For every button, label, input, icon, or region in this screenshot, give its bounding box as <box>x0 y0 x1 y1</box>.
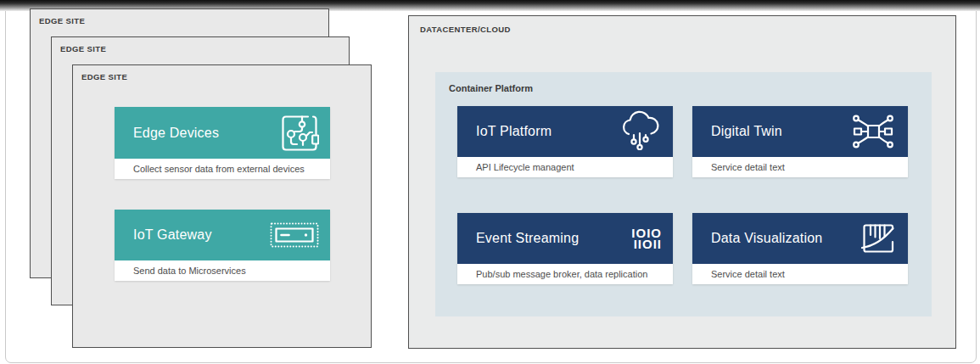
data-visualization-card-header: Data Visualization <box>692 213 908 264</box>
iot-cloud-icon <box>618 110 662 153</box>
edge-devices-card-header: Edge Devices <box>115 107 330 159</box>
edge-site-box-front: EDGE SITE Edge Devices <box>72 64 372 348</box>
container-platform-label: Container Platform <box>449 83 533 93</box>
card-title: Edge Devices <box>133 126 219 141</box>
card-detail: API Lifecycle managent <box>457 157 673 177</box>
digital-twin-icon <box>849 113 897 150</box>
datacenter-cloud-label: DATACENTER/CLOUD <box>420 25 511 34</box>
edge-devices-card: Edge Devices <box>115 107 330 179</box>
bar-chart-curve-icon <box>858 219 897 258</box>
container-platform-box: Container Platform IoT Platform <box>435 72 932 316</box>
card-detail: Send data to Microservices <box>115 260 330 281</box>
card-detail: Service detail text <box>692 157 908 177</box>
circuit-board-icon <box>280 114 319 153</box>
iot-platform-card-header: IoT Platform <box>457 106 673 157</box>
iot-gateway-card: IoT Gateway Send data to Microservices <box>115 210 330 281</box>
iot-platform-card: IoT Platform API Lifecycle man <box>457 106 673 177</box>
card-detail: Service detail text <box>692 264 908 284</box>
card-detail: Pub/sub message broker, data replication <box>457 264 673 284</box>
card-title: Data Visualization <box>711 231 822 246</box>
card-title: IoT Gateway <box>133 227 212 243</box>
event-streaming-card: Event Streaming IOIO IIOII Pub/sub messa… <box>457 213 673 284</box>
edge-site-label: EDGE SITE <box>60 44 106 53</box>
iot-gateway-card-header: IoT Gateway <box>115 210 330 260</box>
datacenter-cloud-box: DATACENTER/CLOUD Container Platform IoT … <box>408 15 956 349</box>
card-title: IoT Platform <box>476 124 552 139</box>
card-title: Digital Twin <box>711 124 782 139</box>
edge-site-label: EDGE SITE <box>81 72 127 81</box>
event-streaming-card-header: Event Streaming IOIO IIOII <box>457 213 673 264</box>
digital-twin-card-header: Digital Twin <box>692 106 908 157</box>
architecture-diagram: EDGE SITE EDGE SITE EDGE SITE Edge Devic… <box>0 0 980 364</box>
card-title: Event Streaming <box>476 231 579 246</box>
binary-stream-icon: IOIO IIOII <box>631 227 662 249</box>
card-detail: Collect sensor data from external device… <box>115 159 330 179</box>
digital-twin-card: Digital Twin <box>692 106 908 177</box>
data-visualization-card: Data Visualization Service detail text <box>692 213 908 284</box>
edge-site-label: EDGE SITE <box>39 16 85 25</box>
gateway-chip-icon <box>270 222 319 248</box>
